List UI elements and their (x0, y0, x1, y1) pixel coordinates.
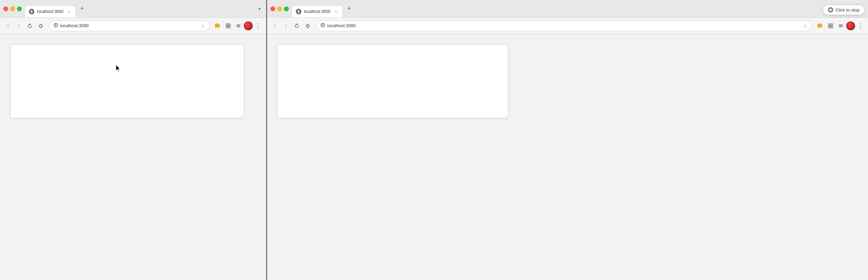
left-forward-button[interactable] (14, 21, 24, 31)
right-new-tab-button[interactable]: + (344, 4, 354, 14)
right-textarea-resize-handle[interactable] (503, 113, 507, 117)
right-tab-bar: localhost:3000 × + ▾ (291, 0, 865, 17)
svg-point-20 (322, 24, 323, 24)
right-toolbar-icons: ⋮ (816, 21, 865, 31)
right-traffic-lights (270, 6, 289, 11)
svg-rect-30 (830, 9, 832, 11)
left-reload-button[interactable] (25, 21, 35, 31)
left-traffic-lights (3, 6, 22, 11)
right-address-info-icon (320, 23, 325, 29)
left-page-content (0, 34, 266, 280)
right-tab-active[interactable]: localhost:3000 × (291, 5, 343, 18)
left-extension-list[interactable] (234, 21, 243, 31)
right-forward-button[interactable] (281, 21, 291, 31)
right-bookmark-star[interactable]: ☆ (803, 23, 808, 29)
click-to-stop-label: Click to stop (835, 7, 859, 13)
left-tab-dropdown[interactable]: ▾ (256, 5, 263, 12)
left-url-text: localhost:3000 (60, 23, 199, 28)
left-textarea-container (10, 44, 244, 118)
left-textarea[interactable] (11, 45, 244, 118)
svg-rect-9 (229, 24, 230, 25)
left-maximize-button[interactable] (17, 6, 22, 11)
left-new-tab-button[interactable]: + (77, 4, 87, 14)
svg-rect-7 (216, 23, 219, 25)
right-menu-button[interactable]: ⋮ (856, 21, 865, 31)
left-home-button[interactable] (36, 21, 46, 31)
left-menu-button[interactable]: ⋮ (253, 21, 263, 31)
svg-rect-10 (226, 26, 228, 28)
left-nav-bar: localhost:3000 ☆ (0, 18, 266, 34)
left-tab-bar: localhost:3000 × + ▾ (24, 0, 263, 17)
left-tab-title: localhost:3000 (37, 9, 63, 14)
right-user-avatar[interactable] (846, 21, 855, 30)
left-extension-yellow[interactable] (213, 21, 223, 31)
left-tab-close[interactable]: × (66, 9, 71, 14)
right-tab-close[interactable]: × (333, 9, 338, 14)
right-extension-yellow[interactable] (816, 21, 825, 31)
left-minimize-button[interactable] (10, 6, 15, 11)
left-tab-active[interactable]: localhost:3000 × (24, 5, 76, 18)
right-minimize-button[interactable] (277, 6, 282, 11)
right-tab-title: localhost:3000 (304, 9, 330, 14)
right-page-content (267, 34, 868, 280)
left-title-bar: localhost:3000 × + ▾ (0, 0, 266, 18)
left-toolbar-icons: ⋮ (213, 21, 263, 31)
left-bookmark-star[interactable]: ☆ (201, 23, 205, 29)
svg-rect-23 (829, 24, 830, 25)
stop-icon (828, 7, 833, 13)
right-address-bar[interactable]: localhost:3000 ☆ (316, 20, 812, 31)
click-to-stop-overlay[interactable]: Click to stop (823, 5, 865, 15)
left-address-info-icon (53, 23, 58, 29)
right-maximize-button[interactable] (284, 6, 289, 11)
right-title-bar: localhost:3000 × + ▾ (267, 0, 868, 18)
left-close-button[interactable] (3, 6, 8, 11)
right-url-text: localhost:3000 (327, 23, 801, 28)
left-address-bar[interactable]: localhost:3000 ☆ (49, 20, 210, 31)
right-extension-list[interactable] (836, 21, 846, 31)
right-back-button[interactable] (270, 21, 280, 31)
left-browser-window: localhost:3000 × + ▾ (0, 0, 266, 280)
svg-point-5 (55, 24, 56, 24)
svg-rect-8 (226, 24, 228, 25)
right-browser-window: localhost:3000 × + ▾ (267, 0, 868, 280)
right-home-button[interactable] (303, 21, 313, 31)
right-textarea[interactable] (278, 45, 508, 118)
left-user-avatar[interactable] (244, 21, 253, 30)
svg-rect-26 (831, 26, 833, 28)
right-close-button[interactable] (270, 6, 275, 11)
left-extension-puzzle[interactable] (223, 21, 233, 31)
right-nav-bar: localhost:3000 ☆ (267, 18, 868, 34)
svg-rect-25 (829, 26, 830, 28)
svg-rect-22 (818, 23, 821, 25)
right-extension-puzzle[interactable] (826, 21, 835, 31)
right-tab-favicon (296, 9, 301, 14)
right-textarea-container (277, 44, 508, 118)
left-back-button[interactable] (3, 21, 13, 31)
svg-rect-11 (229, 26, 230, 28)
left-tab-favicon (29, 9, 34, 14)
left-textarea-resize-handle[interactable] (239, 113, 243, 117)
svg-rect-24 (831, 24, 833, 25)
right-reload-button[interactable] (292, 21, 302, 31)
